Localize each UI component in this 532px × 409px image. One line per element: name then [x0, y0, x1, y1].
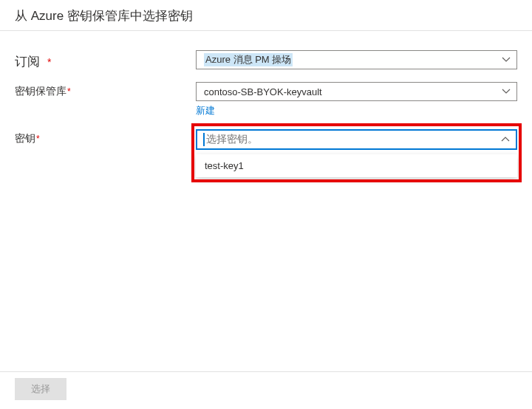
footer: 选择	[0, 371, 532, 409]
required-mark: *	[47, 56, 51, 68]
key-field: 选择密钥。 test-key1	[196, 129, 517, 177]
chevron-down-icon	[502, 87, 511, 96]
keyvault-value: contoso-SB-BYOK-keyvault	[204, 86, 322, 97]
subscription-field: Azure 消息 PM 操场	[196, 50, 517, 69]
subscription-label-col: 订阅 *	[15, 50, 196, 70]
key-placeholder: 选择密钥。	[203, 133, 258, 146]
subscription-select[interactable]: Azure 消息 PM 操场	[196, 50, 517, 69]
keyvault-row: 密钥保管库* contoso-SB-BYOK-keyvault 新建	[15, 82, 517, 117]
chevron-down-icon	[502, 55, 511, 64]
create-new-link[interactable]: 新建	[196, 104, 517, 117]
key-option[interactable]: test-key1	[196, 154, 517, 177]
subscription-row: 订阅 * Azure 消息 PM 操场	[15, 50, 517, 70]
required-mark: *	[67, 86, 71, 97]
key-label-col: 密钥*	[15, 129, 196, 145]
keyvault-field: contoso-SB-BYOK-keyvault 新建	[196, 82, 517, 117]
keyvault-label: 密钥保管库	[15, 85, 66, 97]
blade-title: 从 Azure 密钥保管库中选择密钥	[0, 0, 532, 30]
required-mark: *	[36, 134, 40, 144]
select-button[interactable]: 选择	[15, 378, 66, 400]
key-dropdown-panel: test-key1	[196, 154, 517, 177]
subscription-value: Azure 消息 PM 操场	[204, 53, 293, 66]
key-select[interactable]: 选择密钥。	[196, 129, 517, 150]
subscription-label: 订阅	[15, 55, 40, 69]
key-label: 密钥	[15, 132, 35, 144]
keyvault-select[interactable]: contoso-SB-BYOK-keyvault	[196, 82, 517, 101]
chevron-up-icon	[501, 135, 510, 144]
form-area: 订阅 * Azure 消息 PM 操场 密钥保管库* contoso-SB-BY…	[0, 50, 532, 177]
keyvault-label-col: 密钥保管库*	[15, 82, 196, 98]
divider	[0, 30, 532, 31]
key-row: 密钥* 选择密钥。 test-key1	[15, 129, 517, 177]
